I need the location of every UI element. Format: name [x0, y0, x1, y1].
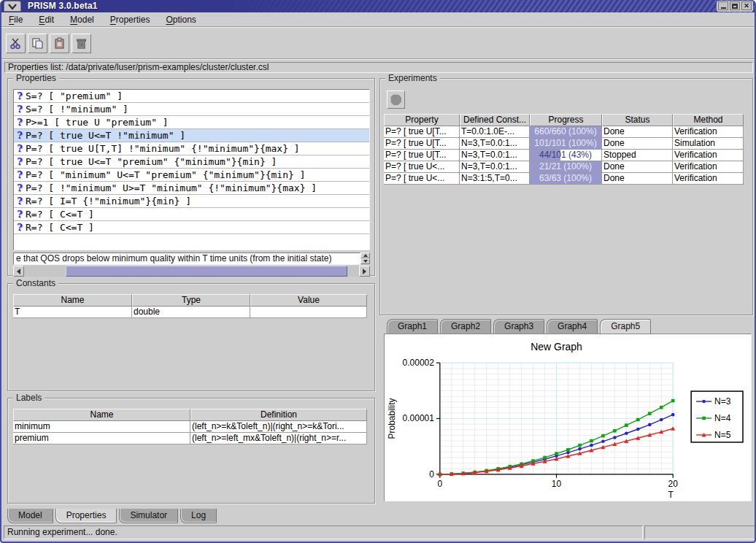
property-row[interactable]: ?P=? [ true U<=T !"minimum" ]: [14, 129, 369, 142]
svg-text:T: T: [668, 490, 674, 500]
column-header[interactable]: Type: [132, 294, 250, 307]
column-header[interactable]: Method: [673, 114, 744, 126]
scroll-right-button[interactable]: [359, 266, 370, 277]
tab-log[interactable]: Log: [180, 509, 217, 523]
tab-model[interactable]: Model: [7, 509, 53, 523]
comment-hscrollbar[interactable]: [13, 266, 370, 277]
property-row[interactable]: ?P=? [ true U[T,T] !"minimum" {!"minimum…: [14, 142, 369, 155]
labels-table[interactable]: NameDefinitionminimum(left_n>=k&Toleft_n…: [13, 409, 367, 444]
experiment-row[interactable]: P=? [ true U[T...N=3,T=0.0:1...101/101 (…: [384, 138, 744, 150]
properties-group-title: Properties: [13, 74, 59, 82]
labels-group: Labels NameDefinitionminimum(left_n>=k&T…: [7, 398, 375, 504]
menu-options[interactable]: Options: [166, 15, 196, 25]
progress-text: 44/101 (43%): [530, 150, 601, 161]
table-cell: Verification: [673, 173, 744, 185]
column-header[interactable]: Value: [250, 294, 367, 307]
progress-bar: 63/63 (100%): [530, 173, 602, 185]
tab-graph1[interactable]: Graph1: [387, 319, 438, 334]
svg-text:10: 10: [552, 479, 562, 489]
menu-edit[interactable]: Edit: [39, 15, 54, 25]
status-message: Running experiment... done.: [4, 525, 643, 539]
tab-simulator[interactable]: Simulator: [119, 509, 178, 523]
cut-button[interactable]: [6, 34, 26, 53]
experiments-group: Experiments PropertyDefined Const...Prog…: [379, 78, 753, 315]
property-row[interactable]: ?P=? [ "minimum" U<=T "premium" {"minimu…: [14, 169, 369, 182]
tab-graph2[interactable]: Graph2: [440, 319, 491, 334]
menu-file[interactable]: File: [9, 15, 23, 25]
graph-panel: Graph1Graph2Graph3Graph4Graph5 00.000010…: [381, 319, 754, 504]
table-cell: T: [13, 307, 132, 318]
paste-button[interactable]: [50, 34, 69, 53]
hscroll-thumb[interactable]: [66, 266, 347, 277]
spinner-up-button[interactable]: [360, 253, 370, 258]
column-header[interactable]: Name: [13, 294, 132, 307]
constants-group-title: Constants: [13, 279, 58, 288]
property-row[interactable]: ?R=? [ C<=T ]: [14, 208, 369, 221]
svg-text:New Graph: New Graph: [531, 341, 582, 353]
main-tab-bar: ModelPropertiesSimulatorLog: [7, 509, 217, 524]
table-cell: P=? [ true U[T...: [384, 138, 460, 150]
properties-list[interactable]: ?S=? [ "premium" ]?S=? [ !"minimum" ]?P>…: [13, 89, 370, 250]
graph-tab-bar: Graph1Graph2Graph3Graph4Graph5: [387, 319, 651, 334]
column-header[interactable]: Progress: [530, 114, 602, 126]
question-icon: ?: [14, 143, 26, 154]
property-text: P=? [ !"minimum" U>=T "minimum" {!"minim…: [26, 182, 317, 193]
progress-bar: 101/101 (100%): [530, 138, 602, 150]
property-text: P=? [ true U<=T "premium" {"minimum"}{mi…: [26, 156, 277, 167]
property-row[interactable]: ?S=? [ "premium" ]: [14, 90, 369, 103]
column-header[interactable]: Name: [13, 409, 190, 421]
experiment-row[interactable]: P=? [ true U<...N=3:1:5,T=0...63/63 (100…: [384, 173, 744, 185]
constants-table[interactable]: NameTypeValueTdouble: [13, 294, 367, 318]
maximize-button[interactable]: [730, 1, 740, 10]
experiment-row[interactable]: P=? [ true U<...N=3,T=0.0:1...21/21 (100…: [384, 161, 744, 173]
column-header[interactable]: Status: [602, 114, 673, 126]
property-row[interactable]: ?P=? [ !"minimum" U>=T "minimum" {!"mini…: [14, 182, 369, 195]
property-row[interactable]: ?P=? [ true U<=T "premium" {"minimum"}{m…: [14, 155, 369, 169]
property-row[interactable]: ?P>=1 [ true U "premium" ]: [14, 116, 369, 129]
window-menu-button[interactable]: [4, 1, 21, 12]
stop-experiment-button[interactable]: [387, 90, 405, 109]
experiment-row[interactable]: P=? [ true U[T...N=3,T=0.0:1...44/101 (4…: [384, 150, 744, 161]
column-header[interactable]: Definition: [190, 409, 367, 421]
properties-list-path: Properties list: /data/private/luser/pri…: [4, 62, 753, 73]
table-cell: (left_n>=k&Toleft_n)|(right_n>=k&Tori...: [190, 421, 367, 433]
table-cell: T=0.0:1.0E-...: [460, 126, 530, 138]
table-cell: [250, 307, 367, 318]
copy-button[interactable]: [28, 34, 47, 53]
column-header[interactable]: Property: [384, 114, 460, 126]
minimize-button[interactable]: [718, 1, 728, 10]
table-row[interactable]: Tdouble: [13, 307, 367, 318]
table-cell: (left_n>=left_mx&Toleft_n)|(right_n>=r..…: [190, 433, 367, 444]
properties-group: Properties ?S=? [ "premium" ]?S=? [ !"mi…: [7, 78, 375, 276]
experiments-table[interactable]: PropertyDefined Const...ProgressStatusMe…: [384, 114, 744, 185]
tab-properties[interactable]: Properties: [55, 509, 117, 523]
menu-model[interactable]: Model: [70, 15, 94, 25]
close-button[interactable]: ✕: [741, 1, 752, 10]
scissors-icon: [9, 37, 22, 50]
spinner-down-button[interactable]: [360, 258, 370, 264]
scroll-left-button[interactable]: [13, 266, 24, 277]
progress-bar: 44/101 (43%): [530, 150, 602, 161]
trash-icon: [75, 37, 88, 50]
svg-text:N=4: N=4: [714, 413, 731, 423]
labels-group-title: Labels: [13, 393, 45, 402]
table-row[interactable]: premium(left_n>=left_mx&Toleft_n)|(right…: [13, 433, 367, 444]
tab-graph5[interactable]: Graph5: [600, 319, 651, 334]
delete-button[interactable]: [72, 34, 91, 53]
experiment-row[interactable]: P=? [ true U[T...T=0.0:1.0E-...660/660 (…: [384, 126, 744, 138]
column-header[interactable]: Defined Const...: [460, 114, 530, 126]
tab-graph3[interactable]: Graph3: [493, 319, 544, 334]
property-row[interactable]: ?R=? [ I=T {!"minimum"}{min} ]: [14, 195, 369, 208]
property-text: R=? [ I=T {!"minimum"}{min} ]: [26, 196, 191, 207]
property-row[interactable]: ?R=? [ C<=T ]: [14, 221, 369, 234]
property-row[interactable]: ?S=? [ !"minimum" ]: [14, 103, 369, 116]
property-comment-field[interactable]: e that QOS drops below minimum quality w…: [13, 253, 360, 265]
title-bar: PRISM 3.0.beta1 ✕: [1, 0, 755, 12]
table-cell: Stopped: [602, 150, 673, 161]
question-icon: ?: [14, 117, 26, 128]
chart-canvas[interactable]: 00.000010.0000201020New GraphProbability…: [384, 334, 752, 501]
table-row[interactable]: minimum(left_n>=k&Toleft_n)|(right_n>=k&…: [13, 421, 367, 433]
tab-graph4[interactable]: Graph4: [547, 319, 598, 334]
arrow-left-icon: [17, 269, 20, 274]
menu-properties[interactable]: Properties: [110, 15, 150, 25]
